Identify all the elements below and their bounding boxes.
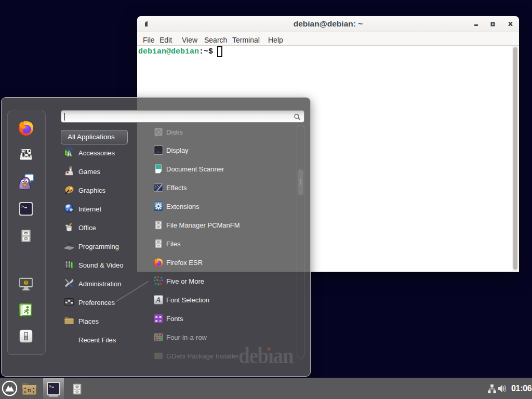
svg-text:>: > xyxy=(49,384,51,389)
svg-text:D: D xyxy=(28,388,31,393)
svg-text:>: > xyxy=(21,204,24,209)
svg-text:A: A xyxy=(155,296,161,304)
svg-text:a: a xyxy=(159,318,162,323)
